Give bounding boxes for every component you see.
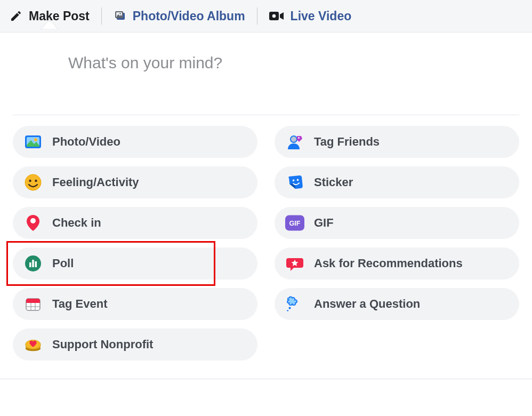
option-recommendations-label: Ask for Recommendations — [314, 257, 463, 270]
sticker-icon — [285, 173, 304, 192]
tab-divider — [257, 7, 257, 25]
option-poll-label: Poll — [52, 257, 74, 270]
option-gif-label: GIF — [314, 216, 334, 230]
option-tag-friends[interactable]: Tag Friends — [275, 126, 519, 158]
svg-rect-26 — [26, 302, 40, 303]
recommendations-icon — [285, 254, 304, 273]
option-feeling-activity[interactable]: Feeling/Activity — [13, 166, 257, 198]
composer-textarea[interactable]: What's on your mind? — [0, 33, 532, 115]
svg-point-12 — [25, 174, 41, 190]
svg-point-17 — [30, 218, 36, 223]
tab-make-post[interactable]: Make Post — [10, 9, 90, 23]
answer-question-icon — [285, 294, 304, 314]
svg-rect-21 — [29, 262, 31, 267]
option-check-in-label: Check in — [52, 216, 101, 230]
composer-tab-bar: Make Post Photo/Video Album Live — [0, 0, 532, 33]
option-photo-video-label: Photo/Video — [52, 135, 120, 149]
option-tag-event[interactable]: Tag Event — [13, 288, 257, 320]
svg-text:GIF: GIF — [289, 220, 301, 227]
option-check-in[interactable]: Check in — [13, 207, 257, 239]
tag-event-icon — [23, 294, 43, 314]
option-tag-friends-label: Tag Friends — [314, 135, 380, 149]
svg-point-5 — [272, 14, 275, 18]
option-sticker-label: Sticker — [314, 175, 353, 189]
support-nonprofit-icon — [23, 335, 43, 354]
poll-icon — [23, 254, 43, 273]
option-support-nonprofit-label: Support Nonprofit — [52, 338, 153, 351]
option-feeling-activity-label: Feeling/Activity — [52, 175, 139, 189]
svg-rect-23 — [35, 261, 37, 267]
svg-point-3 — [119, 13, 120, 14]
post-options-grid: Photo/Video Tag Friends Feeling/Activity — [0, 126, 532, 377]
svg-point-11 — [298, 137, 300, 139]
svg-rect-22 — [32, 260, 34, 267]
pencil-icon — [10, 10, 22, 22]
svg-point-31 — [287, 310, 288, 311]
svg-point-14 — [35, 180, 37, 182]
tab-photo-video-album-label: Photo/Video Album — [133, 9, 245, 23]
option-poll[interactable]: Poll — [13, 247, 257, 279]
option-sticker[interactable]: Sticker — [275, 166, 519, 198]
bottom-divider — [0, 379, 532, 379]
option-answer-question[interactable]: Answer a Question — [275, 288, 519, 320]
svg-point-8 — [34, 138, 37, 141]
option-photo-video[interactable]: Photo/Video — [13, 126, 257, 158]
tab-make-post-label: Make Post — [29, 9, 90, 23]
gif-icon: GIF — [285, 213, 304, 233]
tag-friends-icon — [285, 132, 304, 151]
composer-placeholder: What's on your mind? — [68, 54, 222, 71]
option-support-nonprofit[interactable]: Support Nonprofit — [13, 329, 257, 361]
checkin-pin-icon — [23, 213, 43, 233]
album-icon — [114, 10, 126, 22]
svg-point-30 — [288, 307, 291, 309]
tab-photo-video-album[interactable]: Photo/Video Album — [114, 9, 245, 23]
tab-divider — [101, 7, 102, 25]
tab-live-video-label: Live Video — [291, 9, 352, 23]
divider — [13, 115, 519, 115]
photo-video-icon — [23, 132, 43, 151]
option-tag-event-label: Tag Event — [52, 297, 108, 311]
tab-live-video[interactable]: Live Video — [269, 9, 352, 23]
option-answer-question-label: Answer a Question — [314, 297, 420, 311]
live-video-icon — [269, 11, 284, 21]
svg-point-13 — [29, 180, 31, 182]
active-tab-indicator — [40, 21, 59, 31]
option-gif[interactable]: GIF GIF — [275, 207, 519, 239]
option-recommendations[interactable]: Ask for Recommendations — [275, 247, 519, 279]
feeling-icon — [23, 173, 43, 192]
